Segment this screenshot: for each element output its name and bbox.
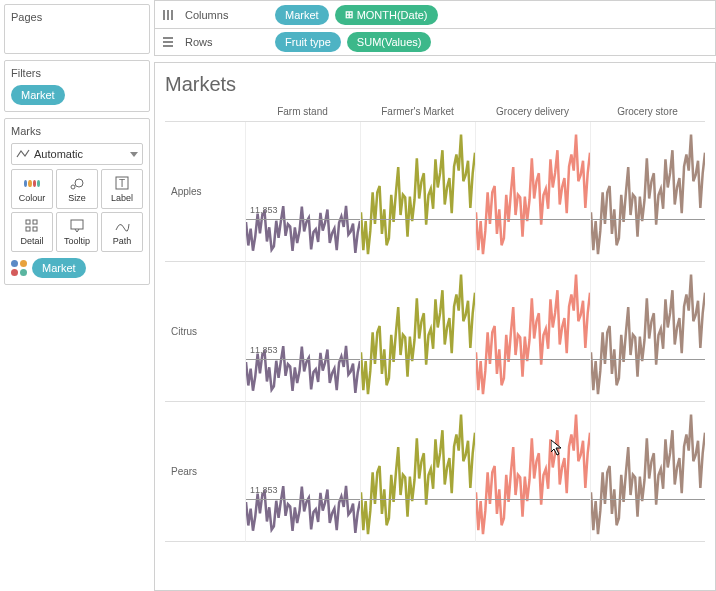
plus-icon: ⊞	[345, 9, 353, 20]
ref-line-label: 11,853	[250, 485, 278, 495]
marks-label-button[interactable]: T Label	[101, 169, 143, 209]
svg-rect-10	[167, 10, 169, 20]
svg-point-0	[71, 185, 75, 189]
chevron-down-icon	[130, 152, 138, 157]
trellis-grid: Farm standFarmer's MarketGrocery deliver…	[165, 102, 705, 542]
chart-cell[interactable]	[590, 122, 705, 262]
row-header: Apples	[165, 122, 245, 262]
marks-panel: Marks Automatic Colour Size T	[4, 118, 150, 285]
marks-size-button[interactable]: Size	[56, 169, 98, 209]
col-header: Farm stand	[245, 102, 360, 122]
marks-colour-button[interactable]: Colour	[11, 169, 53, 209]
col-header: Farmer's Market	[360, 102, 475, 122]
chart-cell[interactable]	[475, 122, 590, 262]
chart-cell[interactable]: 11,853	[245, 122, 360, 262]
svg-rect-9	[163, 10, 165, 20]
chart-cell[interactable]: 11,853	[245, 262, 360, 402]
svg-rect-13	[163, 41, 173, 43]
pages-title: Pages	[11, 11, 143, 23]
row-header: Citrus	[165, 262, 245, 402]
svg-point-1	[75, 179, 83, 187]
rows-icon	[161, 35, 175, 49]
row-header: Pears	[165, 402, 245, 542]
marks-detail-button[interactable]: Detail	[11, 212, 53, 252]
filters-title: Filters	[11, 67, 143, 79]
size-icon	[69, 175, 85, 191]
chart-cell[interactable]	[475, 262, 590, 402]
marks-title: Marks	[11, 125, 143, 137]
rows-pill-sum-values[interactable]: SUM(Values)	[347, 32, 432, 52]
pages-panel: Pages	[4, 4, 150, 54]
marks-type-dropdown[interactable]: Automatic	[11, 143, 143, 165]
path-icon	[114, 218, 130, 234]
marks-tooltip-button[interactable]: Tooltip	[56, 212, 98, 252]
svg-rect-5	[33, 220, 37, 224]
svg-text:T: T	[119, 178, 125, 189]
ref-line-label: 11,853	[250, 345, 278, 355]
marks-colour-pill-market[interactable]: Market	[32, 258, 86, 278]
label-icon: T	[114, 175, 130, 191]
chart-cell[interactable]	[590, 262, 705, 402]
chart-cell[interactable]	[360, 122, 475, 262]
svg-rect-14	[163, 45, 173, 47]
filters-panel: Filters Market	[4, 60, 150, 112]
rows-pill-fruit-type[interactable]: Fruit type	[275, 32, 341, 52]
svg-rect-7	[33, 227, 37, 231]
svg-rect-4	[26, 220, 30, 224]
rows-label: Rows	[185, 36, 265, 48]
chart-cell[interactable]	[590, 402, 705, 542]
viz-title: Markets	[165, 73, 705, 96]
colour-icon	[24, 175, 40, 191]
viz-area[interactable]: Markets Farm standFarmer's MarketGrocery…	[154, 62, 716, 591]
svg-rect-12	[163, 37, 173, 39]
colour-icon	[11, 260, 28, 277]
columns-label: Columns	[185, 9, 265, 21]
chart-cell[interactable]	[360, 402, 475, 542]
tooltip-icon	[69, 218, 85, 234]
columns-icon	[161, 8, 175, 22]
columns-pill-market[interactable]: Market	[275, 5, 329, 25]
chart-cell[interactable]	[475, 402, 590, 542]
automatic-line-icon	[16, 147, 30, 161]
chart-cell[interactable]: 11,853	[245, 402, 360, 542]
detail-icon	[24, 218, 40, 234]
svg-rect-8	[71, 220, 83, 229]
col-header: Grocery store	[590, 102, 705, 122]
columns-shelf[interactable]: Columns Market ⊞MONTH(Date)	[154, 0, 716, 28]
rows-shelf[interactable]: Rows Fruit type SUM(Values)	[154, 28, 716, 56]
col-header: Grocery delivery	[475, 102, 590, 122]
chart-cell[interactable]	[360, 262, 475, 402]
ref-line-label: 11,853	[250, 205, 278, 215]
columns-pill-month-date[interactable]: ⊞MONTH(Date)	[335, 5, 438, 25]
svg-rect-6	[26, 227, 30, 231]
svg-rect-11	[171, 10, 173, 20]
filter-pill-market[interactable]: Market	[11, 85, 65, 105]
marks-path-button[interactable]: Path	[101, 212, 143, 252]
